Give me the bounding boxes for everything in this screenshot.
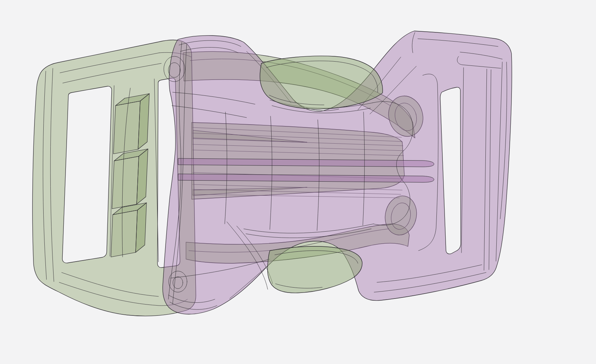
- male-ladder-ribs: [111, 94, 149, 257]
- rib-front-face: [112, 156, 139, 209]
- cad-viewport-canvas[interactable]: [0, 0, 596, 364]
- top-release-button: [260, 56, 383, 109]
- buckle-assembly-render[interactable]: [0, 0, 596, 364]
- rib-front-face: [111, 210, 137, 257]
- rib-front-face: [113, 101, 140, 154]
